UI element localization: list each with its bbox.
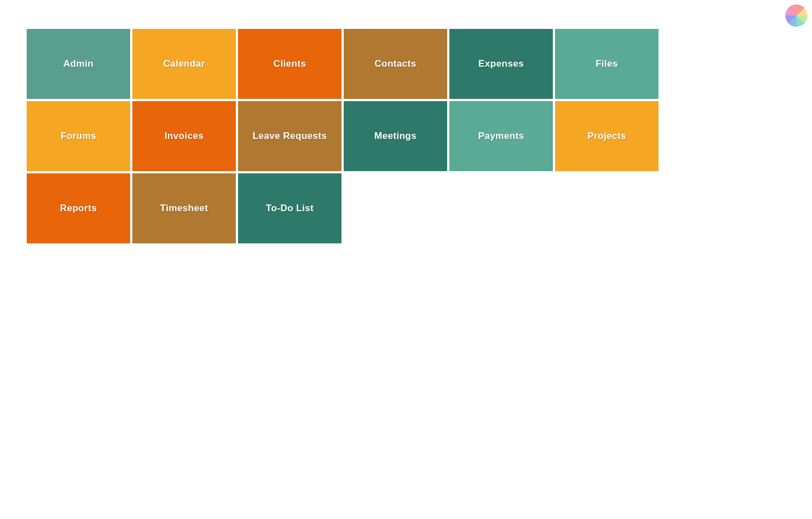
tile-label-reports: Reports — [60, 203, 97, 214]
tile-label-files: Files — [596, 58, 618, 69]
tile-label-invoices: Invoices — [165, 131, 204, 142]
tile-label-meetings: Meetings — [374, 131, 417, 142]
tile-label-timesheet: Timesheet — [160, 203, 208, 214]
tile-reports[interactable]: Reports — [26, 172, 131, 244]
tile-todo-list[interactable]: To-Do List — [237, 172, 343, 244]
tile-projects[interactable]: Projects — [554, 100, 660, 172]
tile-timesheet[interactable]: Timesheet — [131, 172, 237, 244]
tile-invoices[interactable]: Invoices — [131, 100, 237, 172]
tile-label-calendar: Calendar — [163, 58, 205, 69]
tile-label-forums: Forums — [61, 131, 96, 142]
tile-label-admin: Admin — [63, 58, 93, 69]
tile-files[interactable]: Files — [554, 28, 660, 100]
tile-label-contacts: Contacts — [374, 58, 416, 69]
tile-label-todo-list: To-Do List — [266, 203, 314, 214]
tile-label-projects: Projects — [587, 131, 626, 142]
tile-expenses[interactable]: Expenses — [448, 28, 554, 100]
tile-admin[interactable]: Admin — [26, 28, 131, 100]
app-grid: AdminCalendarClientsContactsExpensesFile… — [0, 0, 685, 272]
tile-label-expenses: Expenses — [478, 58, 524, 69]
tile-label-leave-requests: Leave Requests — [252, 131, 327, 142]
tile-payments[interactable]: Payments — [448, 100, 554, 172]
tile-calendar[interactable]: Calendar — [131, 28, 237, 100]
tile-forums[interactable]: Forums — [26, 100, 131, 172]
tile-label-payments: Payments — [478, 131, 524, 142]
tile-clients[interactable]: Clients — [237, 28, 343, 100]
tile-contacts[interactable]: Contacts — [343, 28, 448, 100]
tile-leave-requests[interactable]: Leave Requests — [237, 100, 343, 172]
tile-meetings[interactable]: Meetings — [343, 100, 448, 172]
color-wheel-icon[interactable] — [785, 4, 808, 27]
tile-label-clients: Clients — [274, 58, 306, 69]
